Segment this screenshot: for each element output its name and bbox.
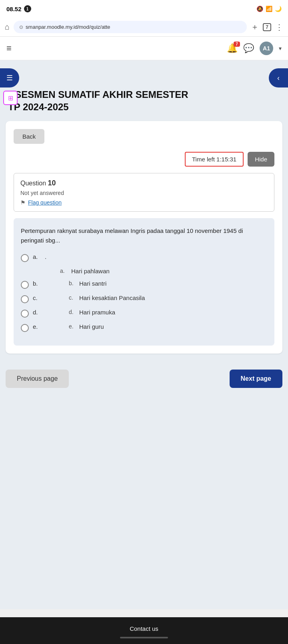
browser-bar: ⌂ ⊙ smanpar.moodle.my.id/mod/quiz/atte ＋… — [0, 18, 288, 37]
question-status: Not yet answered — [20, 190, 268, 196]
status-bar: 08.52 1 🔕 📶 🌙 — [0, 0, 288, 18]
status-icons: 🔕 📶 🌙 — [256, 6, 282, 12]
radio-option-b[interactable] — [21, 281, 29, 289]
quiz-nav-grid-button[interactable]: ⊞ — [3, 91, 18, 105]
url-text: smanpar.moodle.my.id/mod/quiz/atte — [26, 24, 241, 30]
navigation-buttons: Previous page Next page — [0, 362, 288, 392]
notification-dot: 1 — [24, 5, 31, 12]
tabs-count-badge[interactable]: 7 — [263, 23, 271, 31]
side-nav-right: ‹ — [269, 68, 288, 87]
chevron-left-icon: ‹ — [277, 74, 280, 82]
notification-badge: 7 — [234, 42, 240, 47]
secure-icon: ⊙ — [19, 24, 23, 30]
option-a-row: a. . — [21, 253, 267, 262]
option-d-sub-letter: d. — [69, 309, 76, 315]
option-e-label: e. — [33, 323, 41, 330]
option-a-text: Hari pahlawan — [71, 268, 110, 274]
radio-option-a[interactable] — [21, 254, 29, 262]
option-a-label: a. — [33, 253, 41, 260]
option-a-dot: . — [45, 253, 46, 260]
question-text: Pertempuran raknyat surabaya melawan Ing… — [21, 226, 267, 245]
radio-option-d[interactable] — [21, 310, 29, 318]
flag-icon: ⚑ — [20, 199, 26, 206]
timer-display: Time left 1:15:31 — [185, 152, 244, 167]
option-d-content: d. Hari pramuka — [69, 309, 267, 316]
option-e-text: Hari guru — [79, 323, 104, 330]
contact-us-text: Contact us — [130, 625, 158, 632]
time-display: 08.52 — [6, 6, 22, 12]
app-header: ≡ 🔔 7 💬 A1 ▾ — [0, 37, 288, 60]
browser-actions: ＋ 7 ⋮ — [251, 22, 283, 32]
flag-row: ⚑ Flag question — [20, 199, 268, 206]
option-c-content: c. Hari kesaktian Pancasila — [69, 294, 267, 301]
option-c-text: Hari kesaktian Pancasila — [79, 294, 145, 301]
hamburger-menu-icon[interactable]: ≡ — [6, 43, 12, 54]
option-b-text: Hari santri — [79, 280, 106, 287]
option-e-row: e. e. Hari guru — [21, 323, 267, 332]
grid-icon: ⊞ — [8, 94, 13, 102]
option-c-label: c. — [33, 294, 41, 301]
next-page-button[interactable]: Next page — [230, 370, 282, 388]
option-d-row: d. d. Hari pramuka — [21, 309, 267, 318]
footer: Contact us — [0, 617, 288, 644]
option-c-row: c. c. Hari kesaktian Pancasila — [21, 294, 267, 303]
flag-question-link[interactable]: Flag question — [28, 199, 62, 206]
radio-option-c[interactable] — [21, 295, 29, 303]
home-icon[interactable]: ⌂ — [5, 22, 10, 32]
chat-icon[interactable]: 💬 — [243, 43, 254, 54]
option-b-label: b. — [33, 280, 41, 287]
page-title: ASESMEN SUMATIF AKHIR SEMESTER TP 2024-2… — [8, 88, 280, 113]
question-body: Pertempuran raknyat surabaya melawan Ing… — [14, 218, 274, 346]
url-bar[interactable]: ⊙ smanpar.moodle.my.id/mod/quiz/atte — [14, 21, 247, 33]
page-title-section: ASESMEN SUMATIF AKHIR SEMESTER TP 2024-2… — [0, 60, 288, 121]
list-icon: ☰ — [6, 74, 13, 82]
option-b-row: b. b. Hari santri — [21, 280, 267, 289]
option-c-sub-letter: c. — [69, 294, 76, 301]
option-a-indented: a. Hari pahlawan — [60, 268, 267, 274]
collapse-nav-button[interactable]: ‹ — [269, 68, 288, 87]
radio-option-e[interactable] — [21, 324, 29, 332]
quiz-card: Back Time left 1:15:31 Hide Question 10 … — [6, 121, 282, 354]
option-e-sub-letter: e. — [69, 323, 76, 330]
header-right: 🔔 7 💬 A1 ▾ — [227, 42, 282, 55]
option-b-content: b. Hari santri — [69, 280, 267, 287]
back-button[interactable]: Back — [14, 129, 44, 144]
signal-icon: 📶 — [266, 6, 272, 12]
main-content: ☰ ⊞ ‹ ASESMEN SUMATIF AKHIR SEMESTER TP … — [0, 60, 288, 609]
option-d-text: Hari pramuka — [79, 309, 115, 316]
add-tab-button[interactable]: ＋ — [251, 22, 259, 32]
option-a-sub-letter: a. — [60, 268, 67, 274]
question-info-box: Question 10 Not yet answered ⚑ Flag ques… — [14, 173, 274, 212]
previous-page-button[interactable]: Previous page — [6, 370, 69, 388]
footer-bar — [120, 637, 168, 638]
question-number: Question 10 — [20, 179, 268, 187]
hide-timer-button[interactable]: Hide — [248, 152, 274, 167]
option-b-sub-letter: b. — [69, 280, 76, 286]
more-options-icon[interactable]: ⋮ — [275, 22, 283, 32]
menu-nav-button[interactable]: ☰ — [0, 68, 19, 87]
chevron-down-icon[interactable]: ▾ — [279, 45, 282, 52]
battery-icon: 🌙 — [275, 6, 282, 12]
side-nav-left: ☰ ⊞ — [0, 68, 19, 105]
option-e-content: e. Hari guru — [69, 323, 267, 330]
user-avatar[interactable]: A1 — [260, 42, 273, 55]
mute-icon: 🔕 — [256, 6, 263, 12]
timer-row: Time left 1:15:31 Hide — [14, 152, 274, 167]
status-time: 08.52 1 — [6, 5, 31, 12]
notifications-button[interactable]: 🔔 7 — [227, 43, 238, 54]
option-d-label: d. — [33, 309, 41, 316]
